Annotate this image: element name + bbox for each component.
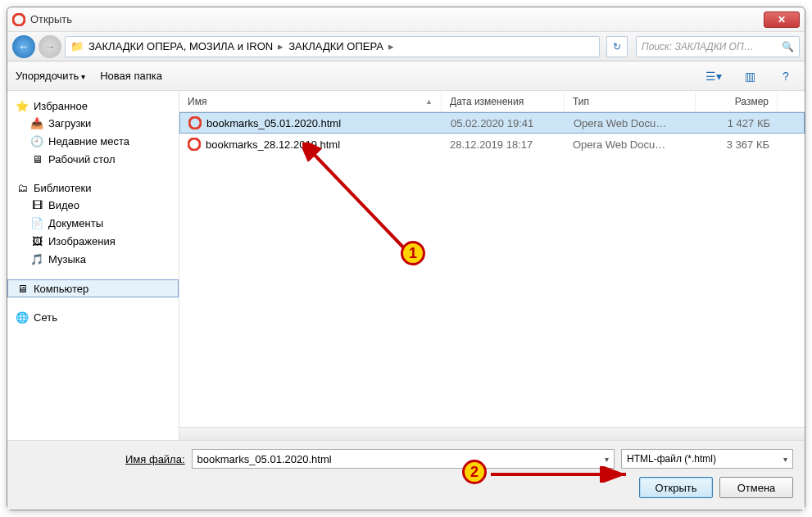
sidebar-item-computer[interactable]: 🖥Компьютер: [7, 279, 179, 297]
forward-button[interactable]: →: [39, 35, 61, 58]
star-icon: ⭐: [16, 99, 29, 112]
file-row[interactable]: bookmarks_05.01.2020.html 05.02.2020 19:…: [179, 112, 805, 134]
chevron-right-icon: ▸: [278, 40, 284, 52]
navigation-bar: ← → 📁 ЗАКЛАДКИ ОПЕРА, МОЗИЛА и IRON ▸ ЗА…: [7, 32, 805, 61]
file-size: 1 427 КБ: [696, 117, 778, 129]
sidebar-item-videos[interactable]: 🎞Видео: [7, 196, 179, 214]
footer: Имя файла: bookmarks_05.01.2020.html HTM…: [7, 441, 805, 510]
document-icon: 📄: [30, 216, 43, 229]
svg-point-1: [189, 117, 201, 129]
chevron-right-icon: ▸: [388, 40, 394, 52]
annotation-marker-2: 2: [462, 460, 487, 484]
breadcrumb-seg-2[interactable]: ЗАКЛАДКИ ОПЕРА: [288, 40, 383, 52]
svg-line-3: [311, 151, 409, 253]
cancel-button[interactable]: Отмена: [719, 477, 793, 498]
music-icon: 🎵: [30, 252, 43, 265]
help-button[interactable]: ?: [775, 67, 796, 85]
sidebar-item-documents[interactable]: 📄Документы: [7, 214, 179, 232]
horizontal-scrollbar[interactable]: [179, 427, 805, 440]
new-folder-button[interactable]: Новая папка: [100, 70, 162, 82]
view-mode-button[interactable]: ☰▾: [703, 67, 724, 85]
window-title: Открыть: [30, 13, 764, 25]
opera-file-icon: [188, 138, 201, 151]
search-icon: 🔍: [782, 41, 794, 52]
back-button[interactable]: ←: [12, 35, 35, 58]
file-date: 05.02.2020 19:41: [442, 117, 565, 129]
recent-icon: 🕘: [30, 134, 43, 147]
annotation-marker-1: 1: [401, 241, 425, 265]
file-type: Opera Web Docu…: [565, 138, 696, 151]
file-size: 3 367 КБ: [696, 138, 778, 151]
sidebar-item-pictures[interactable]: 🖼Изображения: [7, 232, 179, 250]
folder-icon: 📁: [70, 40, 84, 53]
sidebar: ⭐Избранное 📥Загрузки 🕘Недавние места 🖥Ра…: [7, 91, 179, 440]
network-icon: 🌐: [16, 311, 29, 324]
breadcrumb-seg-1[interactable]: ЗАКЛАДКИ ОПЕРА, МОЗИЛА и IRON: [88, 40, 273, 52]
downloads-icon: 📥: [30, 116, 43, 129]
breadcrumb[interactable]: 📁 ЗАКЛАДКИ ОПЕРА, МОЗИЛА и IRON ▸ ЗАКЛАД…: [65, 36, 600, 57]
image-icon: 🖼: [30, 234, 43, 247]
search-input[interactable]: Поиск: ЗАКЛАДКИ ОП… 🔍: [636, 36, 800, 57]
file-date: 28.12.2019 18:17: [442, 138, 565, 151]
sidebar-libraries-header[interactable]: 🗂Библиотеки: [7, 179, 179, 196]
computer-icon: 🖥: [16, 282, 29, 295]
file-name: bookmarks_05.01.2020.html: [206, 117, 341, 129]
file-list: bookmarks_05.01.2020.html 05.02.2020 19:…: [179, 112, 805, 427]
sidebar-item-desktop[interactable]: 🖥Рабочий стол: [7, 150, 179, 168]
sidebar-item-music[interactable]: 🎵Музыка: [7, 250, 179, 268]
file-open-dialog: Открыть ✕ ← → 📁 ЗАКЛАДКИ ОПЕРА, МОЗИЛА и…: [7, 7, 805, 510]
file-type: Opera Web Docu…: [565, 117, 696, 129]
desktop-icon: 🖥: [30, 152, 43, 166]
file-pane: Имя▲ Дата изменения Тип Размер bookmarks…: [179, 91, 805, 440]
column-header-name[interactable]: Имя▲: [179, 91, 442, 111]
svg-point-0: [13, 14, 25, 25]
svg-point-2: [188, 138, 200, 150]
video-icon: 🎞: [30, 198, 43, 211]
libraries-icon: 🗂: [16, 181, 29, 194]
preview-pane-button[interactable]: ▥: [739, 67, 760, 85]
titlebar: Открыть ✕: [7, 7, 805, 32]
sidebar-item-network[interactable]: 🌐Сеть: [7, 309, 179, 325]
column-headers: Имя▲ Дата изменения Тип Размер: [179, 91, 805, 112]
refresh-button[interactable]: ↻: [606, 36, 628, 57]
column-header-size[interactable]: Размер: [696, 91, 778, 111]
search-placeholder: Поиск: ЗАКЛАДКИ ОП…: [642, 41, 754, 52]
annotation-arrow-2: [491, 466, 638, 483]
open-button[interactable]: Открыть: [639, 477, 713, 498]
toolbar: Упорядочить Новая папка ☰▾ ▥ ?: [7, 61, 805, 91]
filename-label: Имя файла:: [125, 453, 185, 465]
organize-menu[interactable]: Упорядочить: [16, 70, 85, 82]
sidebar-item-downloads[interactable]: 📥Загрузки: [7, 114, 179, 132]
opera-icon: [12, 13, 25, 26]
opera-file-icon: [188, 116, 202, 129]
close-button[interactable]: ✕: [764, 11, 800, 28]
sidebar-favorites-header[interactable]: ⭐Избранное: [7, 98, 179, 114]
file-row[interactable]: bookmarks_28.12.2019.html 28.12.2019 18:…: [179, 134, 805, 155]
column-header-type[interactable]: Тип: [565, 91, 696, 111]
column-header-date[interactable]: Дата изменения: [442, 91, 565, 111]
sidebar-item-recent[interactable]: 🕘Недавние места: [7, 132, 179, 150]
filetype-select[interactable]: HTML-файл (*.html): [621, 449, 793, 469]
sort-asc-icon: ▲: [425, 98, 433, 106]
